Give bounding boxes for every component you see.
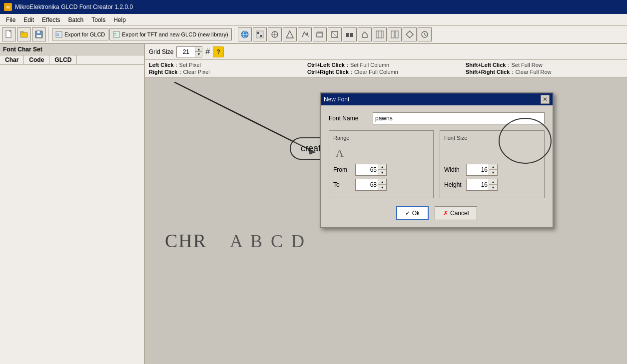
grid-size-down[interactable]: ▾	[195, 52, 202, 57]
hint-shift-left-key: Shift+Left Click	[466, 62, 506, 68]
grid-hash-icon[interactable]: #	[205, 47, 210, 56]
hint-shift-left-desc: Set Full Row	[511, 62, 542, 68]
tool12[interactable]	[418, 27, 432, 41]
font-size-section: Font Size Width ▴ ▾	[440, 130, 545, 198]
tool2[interactable]	[268, 27, 282, 41]
svg-line-24	[332, 31, 338, 37]
canvas-area: Grid Size 21 ▴ ▾ # ? Left Click : Set Pi…	[145, 44, 627, 364]
dialog-title: New Font	[324, 96, 349, 103]
canvas-content: create new from scratch CHR A B C D New …	[145, 77, 627, 364]
width-input[interactable]	[467, 164, 489, 175]
width-spinner[interactable]: ▴ ▾	[466, 164, 498, 176]
svg-text:A: A	[336, 147, 344, 159]
svg-rect-6	[36, 35, 41, 37]
app-title: MikroElektronika GLCD Font Creator 1.2.0…	[15, 3, 133, 10]
export-glcd-button[interactable]: G Export for GLCD	[52, 28, 108, 40]
hint-left-click-desc: Set Pixel	[179, 62, 201, 68]
tool10[interactable]	[388, 27, 402, 41]
range-sketch-svg: A	[333, 145, 373, 160]
export-tft-button[interactable]: T Export for TFT and new GLCD (new libra…	[109, 28, 231, 40]
toolbar-sep-2	[234, 27, 236, 41]
range-from-label: From	[333, 166, 355, 173]
sketch-characters-svg: CHR A B C D	[160, 217, 310, 277]
height-up[interactable]: ▴	[489, 179, 497, 185]
width-row: Width ▴ ▾	[444, 164, 540, 176]
range-from-input[interactable]	[356, 164, 378, 175]
main-layout: Font Char Set Char Code GLCD Grid Size 2…	[0, 44, 627, 364]
hint-bar: Left Click : Set Pixel Ctrl+Left Click :…	[145, 60, 627, 77]
hint-shift-right-key: Shift+Right Click	[466, 69, 510, 75]
tool11[interactable]	[403, 27, 417, 41]
svg-rect-16	[260, 35, 262, 37]
tool7[interactable]	[343, 27, 357, 41]
hint-shift-right-desc: Clear Full Row	[515, 69, 551, 75]
width-down[interactable]: ▾	[489, 170, 497, 175]
menu-batch[interactable]: Batch	[64, 15, 88, 24]
range-to-label: To	[333, 181, 355, 188]
range-from-spinner[interactable]: ▴ ▾	[355, 164, 387, 176]
font-size-section-title: Font Size	[444, 135, 540, 141]
tool6[interactable]	[328, 27, 342, 41]
hint-ctrl-right-key: Ctrl+Right Click	[307, 69, 349, 75]
tool3[interactable]	[283, 27, 297, 41]
hint-right-click-desc: Clear Pixel	[183, 69, 210, 75]
hint-ctrl-left-key: Ctrl+Left Click	[307, 62, 345, 68]
svg-marker-20	[286, 31, 293, 38]
help-button[interactable]: ?	[213, 46, 224, 57]
hint-shift-right-sep: :	[512, 69, 513, 75]
menu-effects[interactable]: Effects	[38, 15, 64, 24]
tool1[interactable]	[253, 27, 267, 41]
svg-rect-25	[346, 33, 349, 37]
height-row: Height ▴ ▾	[444, 179, 540, 191]
menu-edit[interactable]: Edit	[19, 15, 38, 24]
menu-tools[interactable]: Tools	[87, 15, 109, 24]
font-name-input[interactable]	[373, 112, 545, 124]
grid-size-up[interactable]: ▴	[195, 47, 202, 52]
height-spinner[interactable]: ▴ ▾	[466, 179, 498, 191]
tool8[interactable]	[358, 27, 372, 41]
height-label: Height	[444, 181, 466, 188]
height-down[interactable]: ▾	[489, 185, 497, 190]
toolbar: G Export for GLCD T Export for TFT and n…	[0, 26, 627, 44]
title-bar: M MikroElektronika GLCD Font Creator 1.2…	[0, 0, 627, 14]
ok-button[interactable]: ✓ Ok	[396, 206, 429, 220]
range-to-spinner[interactable]: ▴ ▾	[355, 179, 387, 191]
save-button[interactable]	[32, 27, 46, 41]
tool5[interactable]	[313, 27, 327, 41]
height-input[interactable]	[467, 179, 489, 190]
hint-ctrl-left-desc: Set Full Column	[350, 62, 389, 68]
tool4[interactable]	[298, 27, 312, 41]
hint-ctrl-left-sep: :	[347, 62, 348, 68]
svg-rect-3	[20, 31, 23, 33]
width-up[interactable]: ▴	[489, 164, 497, 170]
grid-size-spinner[interactable]: 21 ▴ ▾	[176, 46, 202, 57]
hint-ctrl-right-desc: Clear Full Column	[354, 69, 398, 75]
cancel-button[interactable]: ✗ Cancel	[435, 206, 477, 220]
hint-shift-left-sep: :	[508, 62, 509, 68]
svg-text:CHR: CHR	[165, 230, 207, 251]
menu-bar: File Edit Effects Batch Tools Help	[0, 14, 627, 26]
menu-help[interactable]: Help	[109, 15, 130, 24]
svg-text:A B C D: A B C D	[230, 231, 306, 251]
svg-text:T: T	[114, 33, 116, 36]
grid-size-input[interactable]: 21	[177, 47, 195, 57]
svg-line-36	[425, 34, 426, 36]
web-button[interactable]	[238, 27, 252, 41]
dialog-titlebar: New Font ✕	[321, 93, 553, 105]
new-button[interactable]	[2, 27, 16, 41]
menu-file[interactable]: File	[2, 15, 19, 24]
range-from-down[interactable]: ▾	[378, 170, 386, 175]
range-from-up[interactable]: ▴	[378, 164, 386, 170]
range-to-input[interactable]	[356, 179, 378, 190]
range-section: Range A From	[329, 130, 434, 198]
dialog-buttons: ✓ Ok ✗ Cancel	[329, 204, 545, 220]
app-icon: M	[4, 3, 12, 11]
open-button[interactable]	[17, 27, 31, 41]
tool9[interactable]	[373, 27, 387, 41]
dialog-close-button[interactable]: ✕	[541, 95, 550, 104]
svg-rect-31	[391, 31, 394, 38]
range-to-row: To ▴ ▾	[333, 179, 429, 191]
range-to-down[interactable]: ▾	[378, 185, 386, 190]
range-to-up[interactable]: ▴	[378, 179, 386, 185]
grid-toolbar: Grid Size 21 ▴ ▾ # ?	[145, 44, 627, 60]
